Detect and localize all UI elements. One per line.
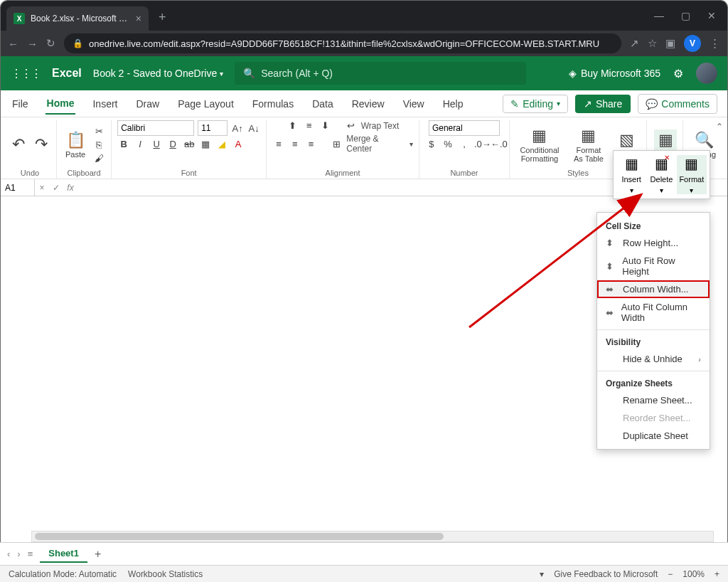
align-left-icon[interactable]: ≡ bbox=[272, 139, 285, 149]
delete-cells-button[interactable]: ▦✕ Delete ▾ bbox=[646, 155, 676, 194]
tab-pagelayout[interactable]: Page Layout bbox=[176, 94, 235, 114]
omnibox[interactable]: 🔒 onedrive.live.com/edit.aspx?resid=A9DD… bbox=[64, 33, 621, 53]
tab-file[interactable]: File bbox=[11, 94, 30, 114]
increase-font-icon[interactable]: A↑ bbox=[231, 123, 244, 134]
align-bottom-icon[interactable]: ⬇ bbox=[319, 120, 332, 131]
bold-icon[interactable]: B bbox=[117, 139, 130, 149]
sheet-list-icon[interactable]: ≡ bbox=[28, 549, 33, 559]
search-input[interactable]: 🔍 Search (Alt + Q) bbox=[235, 62, 526, 85]
share-button[interactable]: ↗ Share bbox=[575, 95, 631, 113]
chevron-down-icon[interactable]: ▾ bbox=[410, 140, 413, 148]
row-height-icon: ⬍ bbox=[606, 238, 617, 248]
font-color-icon[interactable]: A bbox=[232, 139, 245, 149]
calc-mode[interactable]: Calculation Mode: Automatic bbox=[9, 569, 117, 579]
undo-button[interactable]: ↶ bbox=[9, 134, 28, 155]
number-format-select[interactable] bbox=[429, 120, 500, 136]
percent-icon[interactable]: % bbox=[441, 139, 454, 149]
new-tab-button[interactable]: + bbox=[159, 10, 166, 25]
nav-forward-icon[interactable]: → bbox=[27, 38, 38, 50]
tab-close-icon[interactable]: × bbox=[136, 13, 141, 24]
browser-tab[interactable]: X Book 2.xlsx - Microsoft Excel Onl × bbox=[6, 6, 149, 31]
share-icon[interactable]: ↗ bbox=[630, 37, 639, 50]
feedback-link[interactable]: Give Feedback to Microsoft bbox=[554, 569, 658, 579]
add-sheet-button[interactable]: + bbox=[95, 548, 101, 561]
browser-avatar[interactable]: V bbox=[684, 35, 701, 52]
document-title[interactable]: Book 2 - Saved to OneDrive ▾ bbox=[93, 68, 223, 79]
sheet-next-icon[interactable]: › bbox=[17, 549, 20, 559]
column-width-item[interactable]: ⬌Column Width... bbox=[597, 280, 710, 298]
autofit-row-item[interactable]: ⬍Auto Fit Row Height bbox=[597, 252, 710, 280]
sheet-prev-icon[interactable]: ‹ bbox=[7, 549, 10, 559]
tab-insert[interactable]: Insert bbox=[91, 94, 119, 114]
format-as-table-button[interactable]: ▦Format As Table bbox=[568, 125, 609, 164]
app-launcher-icon[interactable]: ⋮⋮⋮ bbox=[11, 67, 41, 80]
maximize-icon[interactable]: ▢ bbox=[681, 10, 690, 21]
row-height-item[interactable]: ⬍Row Height... bbox=[597, 234, 710, 252]
user-avatar[interactable] bbox=[696, 63, 717, 84]
horizontal-scrollbar[interactable] bbox=[31, 531, 714, 542]
cut-icon[interactable]: ✂ bbox=[92, 126, 105, 137]
editing-mode-button[interactable]: ✎ Editing ▾ bbox=[503, 95, 568, 113]
tab-home[interactable]: Home bbox=[46, 93, 76, 115]
align-top-icon[interactable]: ⬆ bbox=[287, 120, 299, 131]
align-right-icon[interactable]: ≡ bbox=[305, 139, 318, 149]
rename-sheet-item[interactable]: Rename Sheet... bbox=[597, 391, 710, 409]
tab-review[interactable]: Review bbox=[350, 94, 386, 114]
nav-back-icon[interactable]: ← bbox=[8, 38, 18, 50]
workbook-stats[interactable]: Workbook Statistics bbox=[128, 569, 203, 579]
zoom-out-button[interactable]: − bbox=[668, 569, 673, 579]
sheet-tab-sheet1[interactable]: Sheet1 bbox=[40, 545, 87, 563]
settings-icon[interactable]: ⚙ bbox=[673, 67, 683, 80]
tab-view[interactable]: View bbox=[402, 94, 426, 114]
status-dropdown-icon[interactable]: ▾ bbox=[540, 569, 544, 579]
format-cells-button[interactable]: ▦ Format ▾ bbox=[677, 155, 707, 194]
comments-button[interactable]: 💬 Comments bbox=[638, 94, 717, 114]
name-box[interactable]: A1 bbox=[1, 179, 35, 196]
copy-icon[interactable]: ⎘ bbox=[92, 139, 105, 150]
conditional-formatting-button[interactable]: ▦Conditional Formatting bbox=[515, 125, 564, 164]
align-center-icon[interactable]: ≡ bbox=[289, 139, 301, 149]
redo-button[interactable]: ↷ bbox=[32, 134, 50, 155]
tab-formulas[interactable]: Formulas bbox=[251, 94, 295, 114]
duplicate-sheet-item[interactable]: Duplicate Sheet bbox=[597, 427, 710, 445]
merge-icon[interactable]: ⊞ bbox=[330, 139, 343, 149]
font-size-select[interactable] bbox=[198, 120, 228, 136]
tab-help[interactable]: Help bbox=[441, 94, 465, 114]
align-middle-icon[interactable]: ≡ bbox=[303, 120, 316, 131]
decrease-decimal-icon[interactable]: ←.0 bbox=[491, 139, 503, 149]
minimize-icon[interactable]: ― bbox=[654, 10, 664, 21]
double-underline-icon[interactable]: D bbox=[166, 139, 179, 149]
fx-icon[interactable]: fx bbox=[63, 183, 77, 193]
hide-unhide-item[interactable]: Hide & Unhide› bbox=[597, 350, 710, 368]
underline-icon[interactable]: U bbox=[150, 139, 163, 149]
buy-365-button[interactable]: ◈ Buy Microsoft 365 bbox=[569, 68, 660, 79]
search-placeholder: Search (Alt + Q) bbox=[261, 68, 333, 79]
zoom-in-button[interactable]: + bbox=[714, 569, 719, 579]
insert-cells-button[interactable]: ▦ Insert ▾ bbox=[616, 155, 646, 194]
collapse-ribbon-icon[interactable]: ⌃ bbox=[716, 122, 723, 132]
autofit-col-item[interactable]: ⬌Auto Fit Column Width bbox=[597, 298, 710, 327]
star-icon[interactable]: ☆ bbox=[648, 37, 657, 50]
enter-icon[interactable]: ✓ bbox=[49, 183, 63, 193]
strikethrough-icon[interactable]: ab bbox=[183, 139, 196, 149]
tab-data[interactable]: Data bbox=[311, 94, 335, 114]
nav-reload-icon[interactable]: ↻ bbox=[46, 37, 55, 50]
currency-icon[interactable]: $ bbox=[425, 139, 438, 149]
borders-icon[interactable]: ▦ bbox=[199, 139, 212, 149]
fill-color-icon[interactable]: ◢ bbox=[215, 139, 228, 149]
format-painter-icon[interactable]: 🖌 bbox=[92, 153, 105, 164]
extensions-icon[interactable]: ▣ bbox=[665, 37, 675, 50]
comma-icon[interactable]: , bbox=[458, 139, 471, 149]
wrap-text-icon[interactable]: ↩ bbox=[345, 120, 358, 131]
close-icon[interactable]: ✕ bbox=[707, 10, 716, 21]
browser-menu-icon[interactable]: ⋮ bbox=[710, 37, 720, 50]
decrease-font-icon[interactable]: A↓ bbox=[247, 123, 260, 134]
tab-draw[interactable]: Draw bbox=[134, 94, 161, 114]
cancel-icon[interactable]: × bbox=[35, 183, 49, 193]
paste-button[interactable]: 📋Paste bbox=[63, 129, 88, 160]
scrollbar-thumb[interactable] bbox=[35, 533, 444, 540]
merge-label[interactable]: Merge & Center bbox=[346, 134, 406, 154]
increase-decimal-icon[interactable]: .0→ bbox=[474, 139, 487, 149]
font-name-select[interactable] bbox=[117, 120, 194, 136]
italic-icon[interactable]: I bbox=[134, 139, 146, 149]
